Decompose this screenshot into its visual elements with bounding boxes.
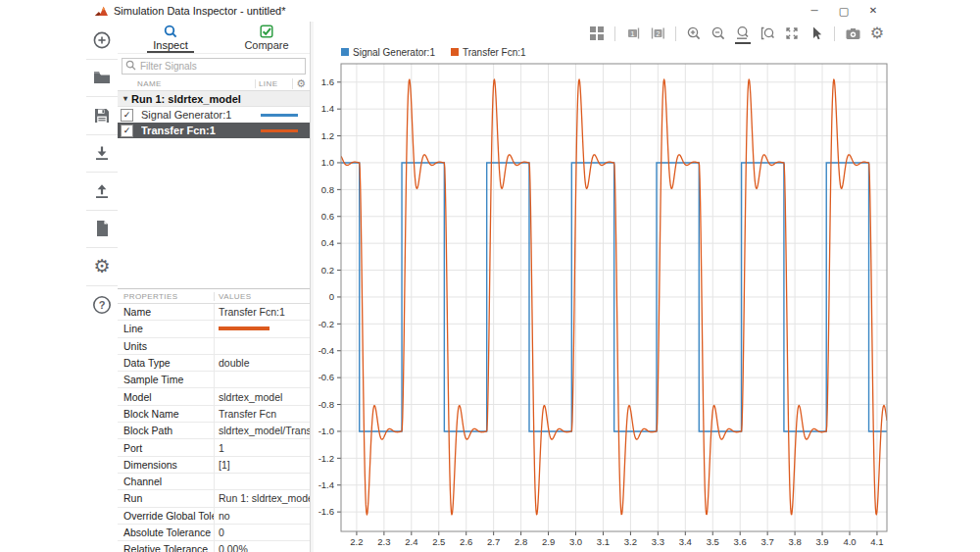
subplot-layout-button[interactable] — [586, 24, 608, 43]
collapse-caret-icon[interactable]: ▾ — [123, 94, 127, 103]
export-button[interactable] — [86, 173, 118, 211]
new-session-button[interactable] — [86, 22, 118, 60]
signal-name: Transfer Fcn:1 — [141, 125, 255, 136]
svg-text:1.6: 1.6 — [321, 76, 334, 87]
magnifier-icon — [164, 25, 177, 38]
tab-inspect-label: Inspect — [153, 39, 187, 51]
legend-label: Signal Generator:1 — [353, 47, 435, 58]
property-value: 0 — [214, 525, 310, 540]
pointer-mode-button[interactable] — [806, 24, 827, 43]
property-value: Transfer Fcn:1 — [214, 304, 310, 320]
zoom-out-button[interactable] — [708, 24, 729, 43]
signal-row[interactable]: ✓Signal Generator:1 — [118, 107, 310, 123]
arrow-cursor-icon — [808, 25, 824, 41]
properties-panel: PROPERTIES VALUES NameTransfer Fcn:1Line… — [118, 288, 310, 552]
zoom-in-y-icon — [760, 25, 775, 41]
zoom-in-button[interactable] — [683, 24, 705, 43]
close-button[interactable]: ✕ — [858, 0, 888, 22]
svg-text:0.8: 0.8 — [321, 184, 334, 195]
property-row: RunRun 1: sldrtex_model — [118, 490, 310, 507]
svg-text:3.3: 3.3 — [652, 536, 664, 547]
column-options-gear-icon[interactable]: ⚙ — [292, 78, 310, 89]
help-button[interactable]: ? — [86, 286, 118, 325]
run-group-row[interactable]: ▾ Run 1: sldrtex_model — [118, 91, 310, 107]
svg-text:3.2: 3.2 — [624, 536, 637, 547]
tab-compare[interactable]: Compare — [223, 22, 310, 53]
svg-text:-1.6: -1.6 — [318, 506, 334, 517]
svg-text:4.1: 4.1 — [870, 536, 883, 547]
property-value: 0.00% — [214, 541, 310, 552]
property-label: Model — [118, 391, 214, 403]
svg-text:1.2: 1.2 — [321, 130, 334, 141]
signal-checkbox[interactable]: ✓ — [121, 109, 133, 122]
save-icon — [92, 106, 112, 125]
signal-row[interactable]: ✓Transfer Fcn:1 — [118, 123, 310, 138]
svg-text:0.4: 0.4 — [321, 237, 334, 248]
legend-item[interactable]: Transfer Fcn:1 — [451, 47, 526, 58]
open-button[interactable] — [86, 60, 118, 98]
zoom-in-y-button[interactable] — [757, 24, 778, 43]
property-row: NameTransfer Fcn:1 — [118, 304, 310, 321]
minimize-button[interactable]: ─ — [800, 0, 829, 22]
left-toolbar: ⚙ ? — [86, 22, 119, 552]
tab-inspect[interactable]: Inspect — [127, 22, 214, 53]
svg-text:1.4: 1.4 — [321, 103, 334, 114]
visualization-settings-button[interactable]: ⚙ — [866, 24, 888, 43]
search-icon — [125, 60, 136, 71]
property-label: Run — [118, 492, 214, 504]
save-button[interactable] — [86, 97, 118, 135]
maximize-button[interactable]: ▢ — [829, 0, 858, 22]
gear-icon: ⚙ — [93, 257, 110, 276]
svg-text:3.6: 3.6 — [734, 536, 747, 547]
column-line-header: LINE — [255, 79, 292, 88]
property-label: Absolute Tolerance — [118, 527, 214, 538]
signal-checkbox[interactable]: ✓ — [121, 125, 133, 137]
filter-signals-input[interactable] — [122, 58, 306, 75]
svg-text:?: ? — [99, 299, 106, 311]
property-value: sldrtex_model/Transfe... — [214, 423, 310, 438]
svg-text:-0.6: -0.6 — [318, 372, 334, 382]
property-value: Transfer Fcn — [214, 406, 310, 422]
property-row: Block NameTransfer Fcn — [118, 406, 310, 423]
property-label: Relative Tolerance — [118, 543, 214, 552]
folder-icon — [92, 68, 112, 87]
chart-legend: Signal Generator:1Transfer Fcn:1 — [314, 45, 892, 59]
properties-rows: NameTransfer Fcn:1LineUnitsData Typedoub… — [118, 304, 310, 552]
tab-compare-label: Compare — [244, 39, 288, 51]
zoom-in-time-button[interactable] — [732, 24, 754, 43]
fit-to-view-button[interactable] — [781, 24, 803, 43]
data-cursor-two-button[interactable]: 2 — [647, 24, 668, 43]
cursor-two-icon: 2 — [650, 25, 665, 41]
property-label: Line — [118, 323, 214, 334]
toolbar-divider — [834, 26, 835, 41]
import-button[interactable] — [86, 135, 118, 174]
legend-item[interactable]: Signal Generator:1 — [341, 47, 435, 58]
property-label: Units — [118, 340, 214, 352]
property-value: Run 1: sldrtex_model — [214, 490, 310, 506]
svg-text:2.9: 2.9 — [542, 536, 555, 547]
data-cursor-one-button[interactable]: 1 — [622, 24, 644, 43]
property-row: Data Typedouble — [118, 355, 310, 372]
snapshot-button[interactable] — [842, 24, 863, 43]
properties-header: PROPERTIES VALUES — [118, 289, 310, 304]
run-group-label: Run 1: sldrtex_model — [131, 93, 241, 105]
properties-column-header: PROPERTIES — [118, 292, 214, 301]
gear-icon: ⚙ — [870, 25, 884, 41]
chart-toolbar: 1 2 — [314, 22, 892, 45]
property-label: Sample Time — [118, 374, 214, 385]
property-label: Dimensions — [118, 459, 214, 471]
property-row: Relative Tolerance0.00% — [118, 541, 310, 552]
svg-text:-1.2: -1.2 — [318, 453, 334, 464]
svg-text:3.4: 3.4 — [679, 536, 692, 547]
report-button[interactable] — [86, 211, 118, 249]
property-value: [1] — [214, 457, 310, 473]
toolbar-divider — [675, 26, 676, 41]
svg-text:3.8: 3.8 — [788, 536, 801, 547]
property-row: Line — [118, 321, 310, 337]
plot-canvas[interactable]: 2.22.32.42.52.62.72.82.93.03.13.23.33.43… — [314, 59, 892, 552]
filter-signals-box — [118, 54, 310, 77]
preferences-button[interactable]: ⚙ — [86, 248, 118, 286]
svg-text:2.5: 2.5 — [432, 536, 445, 547]
legend-swatch — [341, 48, 349, 56]
signal-table-header: NAME LINE ⚙ — [118, 77, 310, 91]
